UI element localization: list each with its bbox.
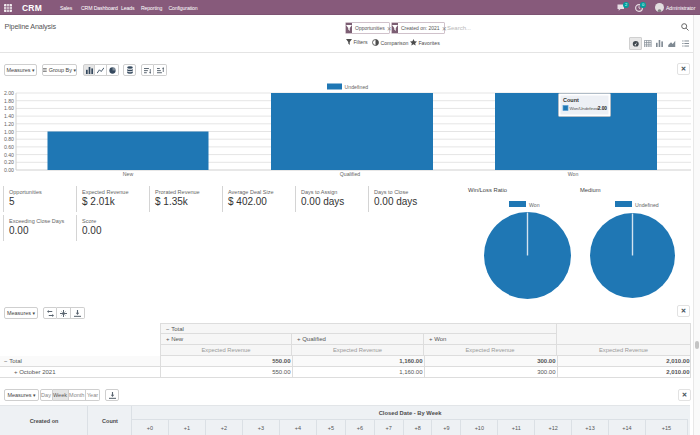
svg-text:Qualified: Qualified	[340, 171, 361, 177]
svg-text:Undefined: Undefined	[635, 202, 659, 208]
svg-text:New: New	[123, 171, 134, 177]
svg-text:0.00: 0.00	[4, 167, 14, 173]
svg-text:0.20: 0.20	[4, 159, 14, 165]
svg-text:2.00: 2.00	[598, 106, 608, 111]
svg-text:Medium: Medium	[580, 187, 601, 193]
svg-text:Win/Loss Ratio: Win/Loss Ratio	[468, 187, 507, 193]
svg-text:1.40: 1.40	[4, 113, 14, 119]
svg-text:0.40: 0.40	[4, 152, 14, 158]
svg-text:1.60: 1.60	[4, 105, 14, 111]
svg-text:1.80: 1.80	[4, 98, 14, 104]
svg-text:0.60: 0.60	[4, 144, 14, 150]
svg-text:1.20: 1.20	[4, 121, 14, 127]
svg-text:2.00: 2.00	[4, 90, 14, 96]
svg-text:0.80: 0.80	[4, 136, 14, 142]
svg-text:Won: Won	[568, 171, 579, 177]
svg-text:Won: Won	[529, 202, 540, 208]
svg-text:1.00: 1.00	[4, 129, 14, 135]
svg-text:Count: Count	[563, 97, 579, 103]
svg-text:Undefined: Undefined	[345, 84, 369, 90]
svg-text:Won/Undefined: Won/Undefined	[570, 106, 600, 111]
